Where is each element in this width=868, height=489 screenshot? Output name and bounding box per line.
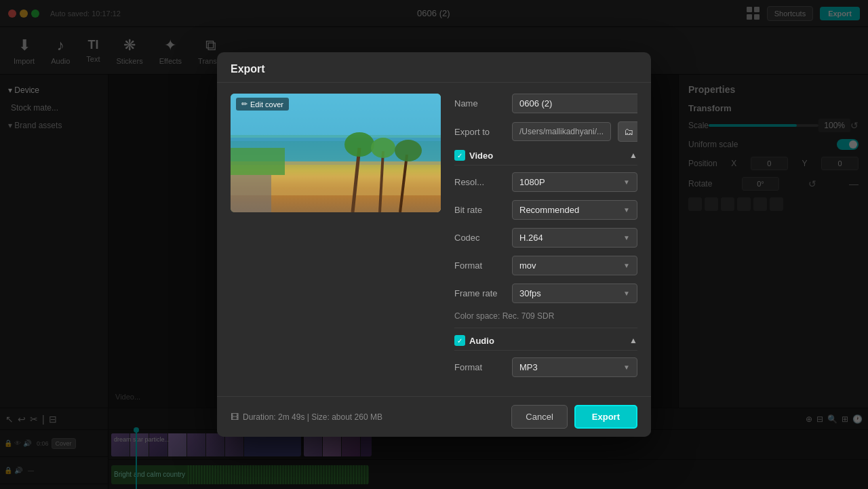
video-collapse-icon[interactable]: ▲ (629, 151, 637, 160)
bitrate-row: Bit rate Recommended ▼ (454, 200, 637, 220)
format-label: Format (454, 260, 505, 271)
format-row: Format mov ▼ (454, 256, 637, 275)
resolution-value: 1080P (519, 177, 545, 187)
preview-image: ✏ Edit cover (231, 94, 441, 212)
resolution-arrow: ▼ (623, 178, 630, 186)
modal-footer: 🎞 Duration: 2m 49s | Size: about 260 MB … (217, 396, 651, 437)
film-icon: 🎞 (231, 412, 239, 422)
color-space-text: Color space: Rec. 709 SDR (454, 311, 637, 321)
codec-row: Codec H.264 ▼ (454, 228, 637, 248)
modal-header: Export (217, 52, 651, 83)
export-modal: Export (217, 52, 651, 437)
folder-button[interactable]: 🗂 (618, 121, 637, 142)
codec-label: Codec (454, 233, 505, 243)
edit-cover-button[interactable]: ✏ Edit cover (236, 98, 289, 111)
framerate-select[interactable]: 30fps ▼ (512, 283, 637, 303)
audio-section-title: Audio (469, 336, 494, 346)
audio-section-header: ✓ Audio ▲ (454, 335, 637, 351)
name-row: Name (454, 94, 637, 113)
audio-format-row: Format MP3 ▼ (454, 357, 637, 377)
framerate-arrow: ▼ (623, 290, 630, 297)
svg-point-8 (371, 138, 395, 158)
bitrate-arrow: ▼ (623, 206, 630, 214)
resolution-row: Resol... 1080P ▼ (454, 172, 637, 192)
video-section-header: ✓ Video ▲ (454, 150, 637, 165)
audio-check-icon[interactable]: ✓ (454, 335, 465, 346)
codec-arrow: ▼ (623, 234, 630, 241)
footer-info: 🎞 Duration: 2m 49s | Size: about 260 MB (231, 412, 382, 422)
framerate-label: Frame rate (454, 288, 505, 298)
modal-form: Name Export to /Users/mallikadhyani/... … (454, 94, 637, 385)
audio-collapse-icon[interactable]: ▲ (629, 336, 637, 345)
footer-actions: Cancel Export (511, 405, 637, 429)
modal-body: ✏ Edit cover Name Export to /Users/malli… (217, 83, 651, 396)
format-value: mov (519, 260, 536, 271)
section-divider (454, 328, 637, 328)
svg-rect-3 (231, 148, 285, 175)
bitrate-value: Recommended (519, 205, 579, 215)
name-input[interactable] (512, 94, 637, 113)
resolution-label: Resol... (454, 177, 505, 187)
modal-preview: ✏ Edit cover (231, 94, 441, 385)
format-select[interactable]: mov ▼ (512, 256, 637, 275)
audio-format-label: Format (454, 362, 505, 372)
bitrate-select[interactable]: Recommended ▼ (512, 200, 637, 220)
audio-format-select[interactable]: MP3 ▼ (512, 357, 637, 377)
export-path: /Users/mallikadhyani/... (512, 122, 611, 141)
preview-svg (231, 94, 441, 212)
svg-rect-4 (231, 175, 271, 212)
framerate-row: Frame rate 30fps ▼ (454, 283, 637, 303)
export-modal-button[interactable]: Export (574, 405, 637, 429)
audio-format-arrow: ▼ (623, 364, 630, 371)
codec-select[interactable]: H.264 ▼ (512, 228, 637, 248)
format-arrow: ▼ (623, 262, 630, 269)
export-to-label: Export to (454, 127, 505, 137)
framerate-value: 30fps (519, 288, 541, 298)
modal-overlay: Export (0, 0, 868, 489)
resolution-select[interactable]: 1080P ▼ (512, 172, 637, 192)
video-check-icon[interactable]: ✓ (454, 150, 465, 161)
audio-format-value: MP3 (519, 362, 538, 372)
export-to-row: Export to /Users/mallikadhyani/... 🗂 (454, 121, 637, 142)
cancel-button[interactable]: Cancel (511, 405, 567, 429)
svg-point-6 (344, 132, 374, 157)
bitrate-label: Bit rate (454, 205, 505, 215)
footer-duration-size: Duration: 2m 49s | Size: about 260 MB (243, 412, 382, 422)
video-section-title: Video (469, 151, 493, 161)
svg-point-10 (395, 140, 422, 161)
name-label: Name (454, 98, 505, 109)
codec-value: H.264 (519, 233, 543, 243)
